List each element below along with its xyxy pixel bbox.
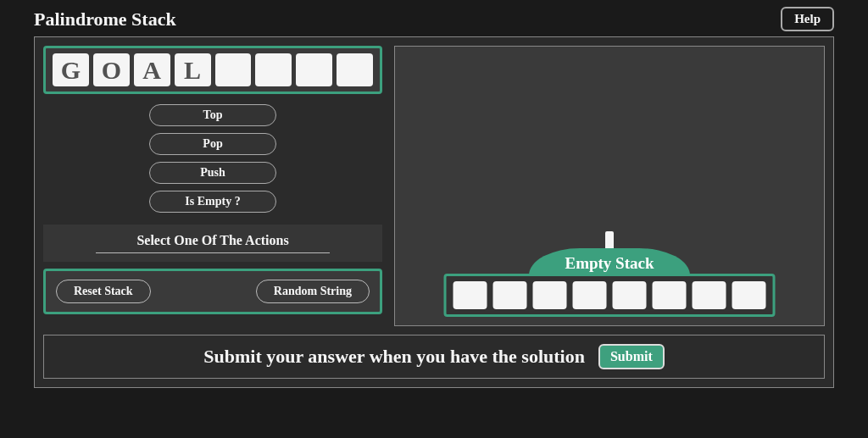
help-button[interactable]: Help <box>781 7 834 31</box>
stack-peg <box>605 231 614 248</box>
stack-label-wrap: Empty Stack <box>529 248 690 275</box>
select-action-label: Select One Of The Actions <box>96 233 329 253</box>
goal-box: GOAL <box>43 46 382 94</box>
goal-tile: G <box>53 53 89 86</box>
goal-tile: O <box>93 53 130 86</box>
result-tile <box>693 281 726 309</box>
left-panel: GOAL TopPopPushIs Empty ? Select One Of … <box>43 46 382 326</box>
page-title: Palindrome Stack <box>34 8 176 30</box>
action-button-push[interactable]: Push <box>149 162 276 184</box>
goal-tile <box>215 53 252 86</box>
right-panel: Empty Stack <box>394 46 825 326</box>
goal-tile <box>255 53 292 86</box>
random-string-button[interactable]: Random String <box>256 280 370 303</box>
action-button-top[interactable]: Top <box>149 104 276 126</box>
header: Palindrome Stack Help <box>34 7 834 31</box>
bottom-controls: Reset Stack Random String <box>43 269 382 314</box>
result-tile <box>533 281 567 309</box>
result-tile <box>493 281 527 309</box>
result-tile <box>732 281 766 309</box>
actions-list: TopPopPushIs Empty ? <box>43 101 382 218</box>
action-button-is-empty-[interactable]: Is Empty ? <box>149 191 276 213</box>
result-tile <box>613 281 647 309</box>
select-label-wrap: Select One Of The Actions <box>43 225 382 262</box>
stack-label: Empty Stack <box>529 248 690 275</box>
reset-stack-button[interactable]: Reset Stack <box>56 280 151 303</box>
result-tile <box>653 281 687 309</box>
action-button-pop[interactable]: Pop <box>149 133 276 155</box>
goal-tile: A <box>134 53 170 86</box>
goal-tile <box>337 53 373 86</box>
submit-bar: Submit your answer when you have the sol… <box>43 335 825 379</box>
submit-text: Submit your answer when you have the sol… <box>203 346 585 368</box>
goal-tile <box>296 53 332 86</box>
goal-tile: L <box>175 53 211 86</box>
result-tile <box>573 281 607 309</box>
submit-button[interactable]: Submit <box>598 344 665 369</box>
result-box <box>444 274 776 317</box>
result-tile <box>453 281 487 309</box>
main-frame: GOAL TopPopPushIs Empty ? Select One Of … <box>34 36 834 388</box>
stack-visual: Empty Stack <box>395 231 824 278</box>
